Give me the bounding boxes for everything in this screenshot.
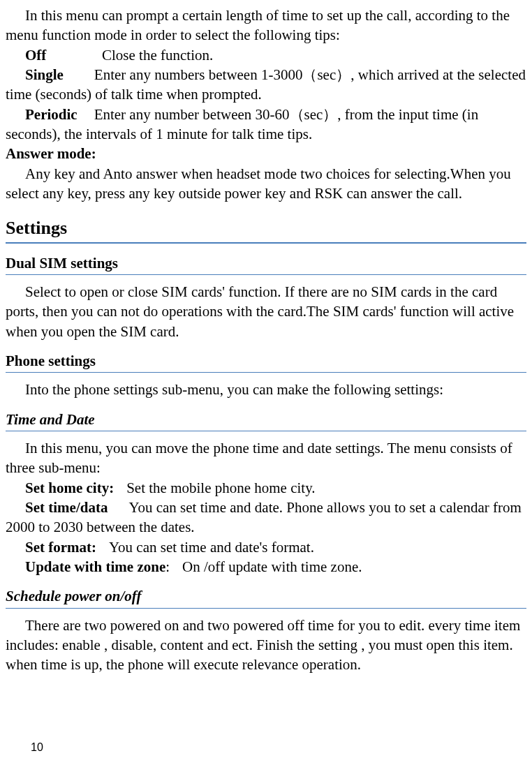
update-timezone-colon: : — [165, 558, 170, 575]
off-label: Off — [6, 45, 82, 65]
periodic-label: Periodic — [25, 106, 77, 123]
heading-dual-sim: Dual SIM settings — [6, 253, 526, 275]
heading-phone-settings: Phone settings — [6, 351, 526, 373]
answer-mode-heading: Answer mode: — [6, 144, 526, 163]
set-home-city-desc: Set the mobile phone home city. — [126, 480, 315, 496]
schedule-power-body: There are two powered on and two powered… — [6, 616, 526, 675]
set-format-row: Set format:You can set time and date's f… — [6, 537, 526, 557]
set-format-desc: You can set time and date's format. — [109, 539, 314, 556]
set-home-city-label: Set home city: — [25, 480, 114, 496]
single-desc: Enter any numbers between 1-3000（sec）, w… — [6, 66, 526, 103]
set-time-data-label: Set time/data — [25, 499, 108, 516]
update-timezone-label: Update with time zone — [25, 558, 165, 575]
option-off: Off Close the function. — [6, 45, 526, 65]
answer-mode-body: Any key and Anto answer when headset mod… — [6, 164, 526, 204]
heading-settings: Settings — [6, 216, 526, 243]
document-page: In this menu can prompt a certain length… — [6, 6, 526, 758]
set-time-data-row: Set time/dataYou can set time and date. … — [6, 498, 526, 537]
time-date-intro: In this menu, you can move the phone tim… — [6, 438, 526, 478]
dual-sim-body: Select to open or close SIM cards' funct… — [6, 282, 526, 341]
update-timezone-row: Update with time zone:On /off update wit… — [6, 557, 526, 577]
off-desc: Close the function. — [82, 45, 526, 65]
single-label: Single — [25, 66, 64, 83]
set-format-label: Set format: — [25, 539, 96, 556]
heading-schedule-power: Schedule power on/off — [6, 586, 526, 608]
option-single: SingleEnter any numbers between 1-3000（s… — [6, 65, 526, 105]
set-home-city-row: Set home city:Set the mobile phone home … — [6, 478, 526, 498]
heading-time-date: Time and Date — [6, 410, 526, 431]
page-number: 10 — [31, 740, 43, 755]
update-timezone-desc: On /off update with time zone. — [182, 558, 362, 575]
intro-paragraph: In this menu can prompt a certain length… — [6, 6, 526, 45]
option-periodic: PeriodicEnter any number between 30-60（s… — [6, 105, 526, 144]
phone-settings-body: Into the phone settings sub-menu, you ca… — [6, 380, 526, 399]
